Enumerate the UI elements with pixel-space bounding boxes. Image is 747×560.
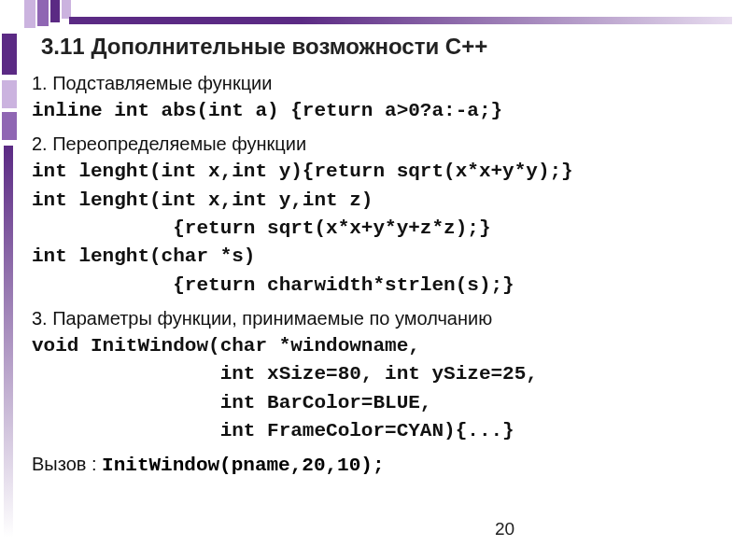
section2-heading: 2. Переопределяемые функции bbox=[32, 133, 728, 155]
call-code: InitWindow(pname,20,10); bbox=[102, 455, 384, 476]
slide-content: 3.11 Дополнительные возможности С++ 1. П… bbox=[28, 28, 728, 476]
section2-code-line3: {return sqrt(x*x+y*y+z*z);} bbox=[32, 216, 728, 242]
call-label: Вызов : bbox=[32, 454, 102, 474]
section3-code-line4: int FrameColor=CYAN){...} bbox=[32, 418, 728, 444]
section3-code-line3: int BarColor=BLUE, bbox=[32, 390, 728, 416]
page-number: 20 bbox=[495, 519, 514, 539]
section1-heading: 1. Подставляемые функции bbox=[32, 73, 728, 94]
slide-left-decoration bbox=[0, 34, 19, 556]
section3-heading: 3. Параметры функции, принимаемые по умо… bbox=[32, 308, 728, 329]
section1-code: inline int abs(int a) {return a>0?a:-a;} bbox=[32, 98, 728, 124]
section2-code-line4: int lenght(char *s) bbox=[32, 244, 728, 270]
section2-code-line5: {return charwidth*strlen(s);} bbox=[32, 273, 728, 299]
section3-code-line1: void InitWindow(char *windowname, bbox=[32, 333, 728, 359]
section3-code-line2: int xSize=80, int ySize=25, bbox=[32, 361, 728, 387]
slide-title: 3.11 Дополнительные возможности С++ bbox=[41, 34, 728, 60]
section2-code-line1: int lenght(int x,int y){return sqrt(x*x+… bbox=[32, 159, 728, 185]
section2-code-line2: int lenght(int x,int y,int z) bbox=[32, 188, 728, 214]
call-example: Вызов : InitWindow(pname,20,10); bbox=[32, 454, 728, 476]
